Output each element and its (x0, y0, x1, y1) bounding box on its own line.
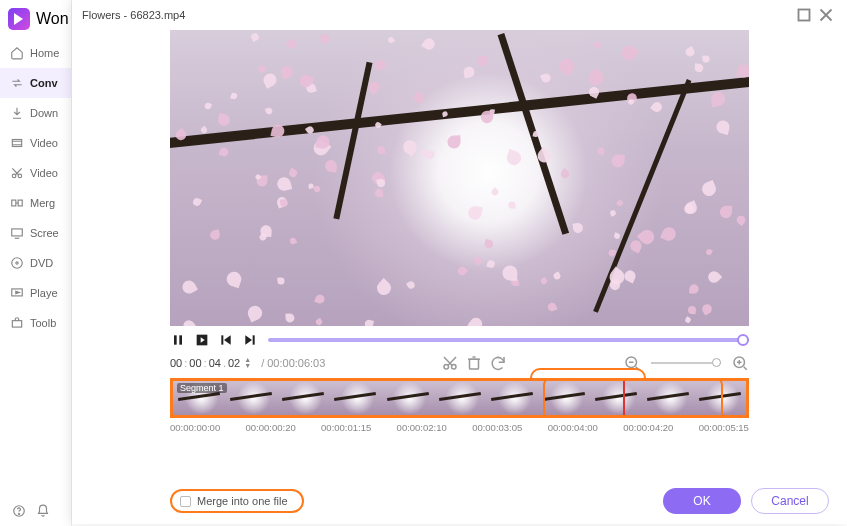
sidebar-item-1[interactable]: Conv (0, 68, 71, 98)
sidebar-item-4[interactable]: Video (0, 158, 71, 188)
window-close-icon[interactable] (815, 4, 837, 26)
tick-label: 00:00:02:10 (397, 422, 447, 433)
app-logo: Won (0, 0, 71, 38)
svg-point-6 (12, 258, 23, 269)
svg-rect-21 (253, 335, 255, 344)
time-tool-row: 00: 00: 04. 02 ▲▼ / 00:00:06:03 (72, 350, 847, 378)
sidebar-item-7[interactable]: DVD (0, 248, 71, 278)
svg-rect-15 (179, 335, 182, 344)
next-frame-button[interactable] (242, 332, 258, 348)
cancel-button[interactable]: Cancel (751, 488, 829, 514)
tick-label: 00:00:00:20 (246, 422, 296, 433)
sidebar-item-2[interactable]: Down (0, 98, 71, 128)
sidebar-item-0[interactable]: Home (0, 38, 71, 68)
video-preview-wrap (72, 30, 847, 326)
ok-button[interactable]: OK (663, 488, 741, 514)
zoom-slider[interactable] (651, 362, 721, 364)
sidebar-item-label: Scree (30, 227, 59, 239)
svg-point-12 (19, 513, 20, 514)
svg-point-2 (18, 174, 22, 178)
zoom-in-button[interactable] (731, 354, 749, 372)
delete-button[interactable] (465, 354, 483, 372)
sidebar-item-label: Merg (30, 197, 55, 209)
compress-icon (10, 136, 24, 150)
dvd-icon (10, 256, 24, 270)
sidebar-item-9[interactable]: Toolb (0, 308, 71, 338)
tick-label: 00:00:03:05 (472, 422, 522, 433)
sidebar-item-8[interactable]: Playe (0, 278, 71, 308)
svg-rect-24 (470, 359, 479, 369)
tick-label: 00:00:04:20 (623, 422, 673, 433)
help-icon[interactable] (12, 504, 26, 518)
svg-rect-4 (18, 200, 22, 206)
sidebar-item-label: Video (30, 137, 58, 149)
modal-titlebar: Flowers - 66823.mp4 (72, 0, 847, 30)
sidebar-item-5[interactable]: Merg (0, 188, 71, 218)
svg-rect-5 (12, 229, 23, 236)
current-time-input[interactable]: 00: 00: 04. 02 ▲▼ (170, 357, 251, 369)
sidebar-item-label: Conv (30, 77, 58, 89)
merge-checkbox-group[interactable]: Merge into one file (170, 489, 304, 513)
svg-rect-13 (799, 10, 810, 21)
seek-slider[interactable] (268, 338, 749, 342)
edit-icon (10, 166, 24, 180)
sidebar-item-label: Down (30, 107, 58, 119)
svg-point-1 (12, 174, 16, 178)
home-icon (10, 46, 24, 60)
sidebar-item-label: Toolb (30, 317, 56, 329)
sidebar-item-label: Video (30, 167, 58, 179)
modal-footer: Merge into one file OK Cancel (170, 488, 829, 514)
sidebar-nav: HomeConvDownVideoVideoMergScreeDVDPlayeT… (0, 38, 71, 496)
segment-label: Segment 1 (177, 383, 227, 393)
tick-label: 00:00:05:15 (699, 422, 749, 433)
timeline-wrap: Segment 1 (72, 378, 847, 418)
logo-text: Won (36, 10, 69, 28)
sidebar-item-6[interactable]: Scree (0, 218, 71, 248)
stop-button[interactable] (194, 332, 210, 348)
svg-point-22 (444, 365, 449, 370)
timeline[interactable]: Segment 1 (170, 378, 749, 418)
svg-marker-20 (245, 335, 252, 344)
playhead[interactable] (623, 378, 625, 418)
time-stepper[interactable]: ▲▼ (244, 357, 251, 369)
pause-button[interactable] (170, 332, 186, 348)
player-icon (10, 286, 24, 300)
total-duration: / 00:00:06:03 (261, 357, 325, 369)
sidebar-item-label: Home (30, 47, 59, 59)
screen-icon (10, 226, 24, 240)
svg-rect-18 (221, 335, 223, 344)
sidebar-footer (0, 496, 71, 526)
sidebar-item-label: DVD (30, 257, 53, 269)
tick-label: 00:00:04:00 (548, 422, 598, 433)
sidebar-item-label: Playe (30, 287, 58, 299)
redo-button[interactable] (489, 354, 507, 372)
modal-title: Flowers - 66823.mp4 (82, 9, 185, 21)
sidebar-item-3[interactable]: Video (0, 128, 71, 158)
convert-icon (10, 76, 24, 90)
cut-button[interactable] (441, 354, 459, 372)
playback-controls (72, 326, 847, 350)
svg-rect-3 (12, 200, 16, 206)
prev-frame-button[interactable] (218, 332, 234, 348)
merge-icon (10, 196, 24, 210)
svg-rect-14 (174, 335, 177, 344)
merge-checkbox[interactable] (180, 496, 191, 507)
app-sidebar: Won HomeConvDownVideoVideoMergScreeDVDPl… (0, 0, 72, 526)
svg-rect-10 (12, 321, 21, 327)
window-maximize-icon[interactable] (793, 4, 815, 26)
trim-editor-modal: Flowers - 66823.mp4 00: 00: 04. 02 ▲▼ / … (72, 0, 847, 524)
zoom-out-button[interactable] (623, 354, 641, 372)
svg-rect-0 (12, 140, 21, 147)
toolbox-icon (10, 316, 24, 330)
merge-label: Merge into one file (197, 495, 288, 507)
svg-marker-9 (16, 291, 19, 293)
svg-marker-19 (224, 335, 231, 344)
logo-icon (8, 8, 30, 30)
svg-point-7 (16, 262, 18, 264)
svg-point-23 (452, 365, 457, 370)
video-preview[interactable] (170, 30, 749, 326)
download-icon (10, 106, 24, 120)
tick-label: 00:00:00:00 (170, 422, 220, 433)
bell-icon[interactable] (36, 504, 50, 518)
timeline-ticks: 00:00:00:0000:00:00:2000:00:01:1500:00:0… (72, 418, 847, 433)
